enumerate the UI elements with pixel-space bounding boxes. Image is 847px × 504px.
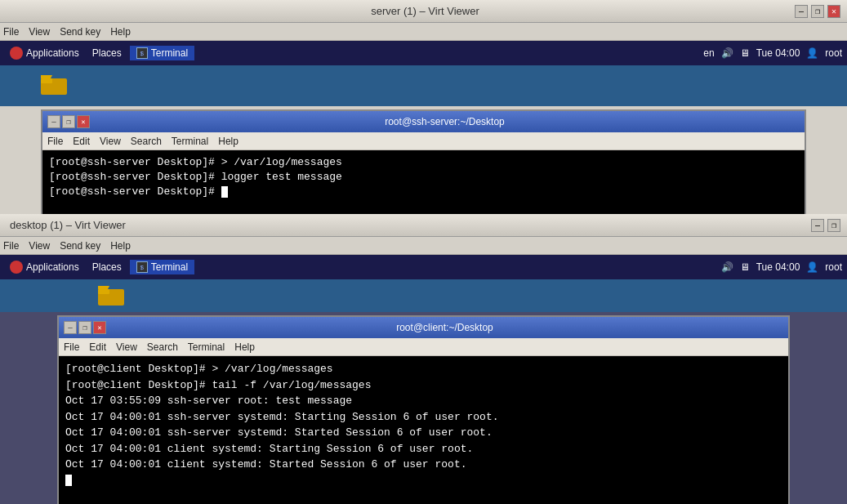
cursor <box>221 186 228 198</box>
bottom-virt-title: desktop (1) – Virt Viewer <box>10 219 811 231</box>
server-line-3: [root@ssh-server Desktop]# <box>49 185 798 199</box>
client-file-menu[interactable]: File <box>64 341 79 353</box>
client-terminal-menu[interactable]: Terminal <box>188 341 225 353</box>
places-button[interactable]: Places <box>87 46 127 60</box>
top-virt-titlebar: server (1) – Virt Viewer – ❐ ✕ <box>0 0 847 23</box>
svg-rect-1 <box>41 78 52 83</box>
client-user-icon: 👤 <box>806 261 818 273</box>
client-line-2: [root@client Desktop]# tail -f /var/log/… <box>65 377 782 394</box>
server-terminal-titlebar: – ❐ ✕ root@ssh-server:~/Desktop <box>42 111 805 132</box>
minimize-button[interactable]: – <box>795 5 808 18</box>
bottom-file-menu[interactable]: File <box>3 240 19 252</box>
client-line-6: Oct 17 04:00:01 client systemd: Starting… <box>65 441 782 457</box>
folder-icon[interactable] <box>41 74 67 95</box>
client-cursor-line <box>65 473 782 489</box>
user-label: root <box>825 47 842 59</box>
terminal-button[interactable]: $ Terminal <box>130 46 194 60</box>
server-restore-btn[interactable]: ❐ <box>62 115 75 128</box>
sendkey-menu[interactable]: Send key <box>60 26 100 38</box>
client-terminal-title: root@client:~/Desktop <box>106 322 783 333</box>
user-icon: 👤 <box>806 47 818 59</box>
bottom-restore-button[interactable]: ❐ <box>827 219 840 232</box>
server-terminal-title: root@ssh-server:~/Desktop <box>90 116 800 127</box>
client-terminal-content[interactable]: [root@client Desktop]# > /var/log/messag… <box>59 356 788 504</box>
terminal-icon: $ <box>136 47 148 59</box>
client-volume-icon[interactable]: 🔊 <box>721 261 733 273</box>
server-terminal-window: – ❐ ✕ root@ssh-server:~/Desktop File Edi… <box>41 109 806 225</box>
restore-button[interactable]: ❐ <box>811 5 824 18</box>
client-terminal-button[interactable]: $ Terminal <box>130 260 194 274</box>
svg-marker-2 <box>41 75 52 78</box>
applications-label: Applications <box>26 47 79 59</box>
screen-icon[interactable]: 🖥 <box>740 47 750 59</box>
client-folder-icon[interactable] <box>98 284 124 306</box>
client-line-4: Oct 17 04:00:01 ssh-server systemd: Star… <box>65 409 782 426</box>
term-terminal-menu[interactable]: Terminal <box>172 136 208 147</box>
term-file-menu[interactable]: File <box>47 136 63 147</box>
bottom-virt-window: desktop (1) – Virt Viewer – ❐ File View … <box>0 214 847 504</box>
server-terminal-menubar: File Edit View Search Terminal Help <box>42 132 805 150</box>
bottom-minimize-button[interactable]: – <box>811 219 824 232</box>
server-line-1: [root@ssh-server Desktop]# > /var/log/me… <box>49 155 798 170</box>
client-terminal-window: – ❐ ✕ root@client:~/Desktop File Edit Vi… <box>57 315 790 504</box>
bottom-sendkey-menu[interactable]: Send key <box>60 240 100 252</box>
client-cursor <box>65 475 72 486</box>
client-gnome-icon <box>10 261 23 274</box>
view-menu[interactable]: View <box>29 26 50 38</box>
client-panel-right: 🔊 🖥 Tue 04:00 👤 root <box>721 261 842 273</box>
client-line-7: Oct 17 04:00:01 client systemd: Started … <box>65 457 782 473</box>
server-gnome-panel: Applications Places $ Terminal en 🔊 🖥 Tu… <box>0 41 847 65</box>
svg-marker-5 <box>98 286 109 289</box>
client-terminal-titlebar: – ❐ ✕ root@client:~/Desktop <box>59 317 788 338</box>
top-virt-controls: – ❐ ✕ <box>795 5 840 18</box>
bottom-virt-titlebar: desktop (1) – Virt Viewer – ❐ <box>0 214 847 237</box>
bottom-view-menu[interactable]: View <box>29 240 50 252</box>
client-line-1: [root@client Desktop]# > /var/log/messag… <box>65 361 782 377</box>
server-line-2: [root@ssh-server Desktop]# logger test m… <box>49 170 798 185</box>
client-edit-menu[interactable]: Edit <box>89 341 106 353</box>
server-terminal-content[interactable]: [root@ssh-server Desktop]# > /var/log/me… <box>42 150 805 224</box>
client-close-btn[interactable]: ✕ <box>93 321 106 334</box>
bottom-virt-menubar: File View Send key Help <box>0 237 847 255</box>
client-screen-icon[interactable]: 🖥 <box>740 261 750 273</box>
client-time-display: Tue 04:00 <box>756 261 800 273</box>
volume-icon[interactable]: 🔊 <box>721 47 733 59</box>
applications-button[interactable]: Applications <box>5 45 84 61</box>
bottom-virt-controls: – ❐ <box>811 219 840 232</box>
file-menu[interactable]: File <box>3 26 19 38</box>
close-button[interactable]: ✕ <box>827 5 840 18</box>
top-virt-window: server (1) – Virt Viewer – ❐ ✕ File View… <box>0 0 847 229</box>
client-user-label: root <box>825 261 842 273</box>
client-help-menu[interactable]: Help <box>234 341 255 353</box>
client-term-controls: – ❐ ✕ <box>64 321 106 334</box>
bottom-help-menu[interactable]: Help <box>110 240 131 252</box>
client-places-button[interactable]: Places <box>87 260 127 274</box>
client-restore-btn[interactable]: ❐ <box>78 321 91 334</box>
client-view-menu[interactable]: View <box>116 341 137 353</box>
term-edit-menu[interactable]: Edit <box>73 136 90 147</box>
client-terminal-icon: $ <box>136 261 148 273</box>
client-gnome-panel: Applications Places $ Terminal 🔊 🖥 Tue 0… <box>0 255 847 279</box>
client-line-3: Oct 17 03:55:09 ssh-server root: test me… <box>65 393 782 409</box>
term-search-menu[interactable]: Search <box>131 136 162 147</box>
client-minimize-btn[interactable]: – <box>64 321 77 334</box>
svg-rect-4 <box>98 289 109 294</box>
server-panel-right: en 🔊 🖥 Tue 04:00 👤 root <box>703 47 842 59</box>
top-virt-title: server (1) – Virt Viewer <box>56 5 795 17</box>
top-virt-menubar: File View Send key Help <box>0 23 847 41</box>
help-menu[interactable]: Help <box>110 26 131 38</box>
lang-indicator: en <box>703 47 714 59</box>
client-search-menu[interactable]: Search <box>147 341 178 353</box>
term-view-menu[interactable]: View <box>100 136 121 147</box>
client-terminal-menubar: File Edit View Search Terminal Help <box>59 338 788 356</box>
client-line-5: Oct 17 04:00:01 ssh-server systemd: Star… <box>65 425 782 441</box>
term-help-menu[interactable]: Help <box>218 136 238 147</box>
client-applications-button[interactable]: Applications <box>5 259 84 275</box>
terminal-label: Terminal <box>151 47 188 59</box>
gnome-icon <box>10 47 23 60</box>
client-applications-label: Applications <box>26 261 79 273</box>
server-minimize-btn[interactable]: – <box>47 115 60 128</box>
server-close-btn[interactable]: ✕ <box>77 115 90 128</box>
time-display: Tue 04:00 <box>756 47 800 59</box>
client-terminal-label: Terminal <box>151 261 188 273</box>
